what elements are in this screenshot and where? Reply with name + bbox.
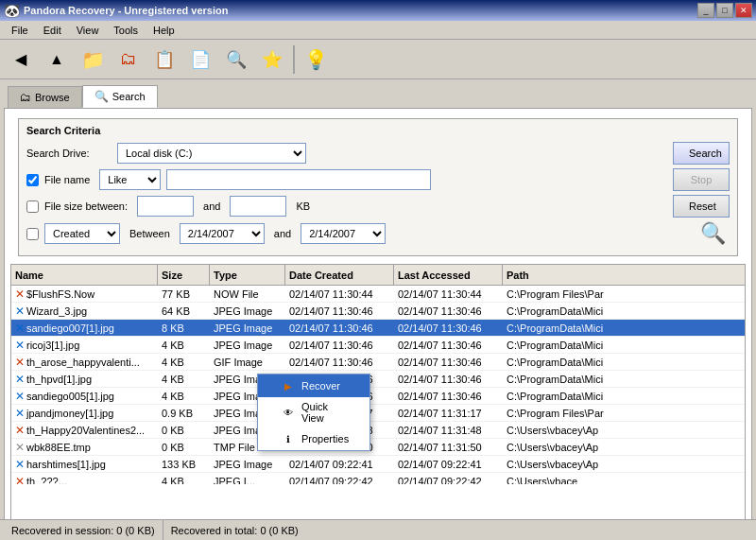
table-row[interactable]: ✕ th_hpvd[1].jpg 4 KB JPEG Image 02/14/0… xyxy=(11,371,745,388)
date-to-select[interactable]: 2/14/2007 xyxy=(301,223,386,244)
table-row[interactable]: ✕ th_arose_happyvalenti... 4 KB GIF Imag… xyxy=(11,354,745,371)
app-window: 🐼 Pandora Recovery - Unregistered versio… xyxy=(0,0,756,540)
file-type-icon: ✕ xyxy=(15,373,25,386)
file-name-cell: ✕ $FlushFS.Now xyxy=(11,286,158,302)
search-tab-label: Search xyxy=(112,91,146,102)
up-button[interactable]: ▲ xyxy=(40,43,74,77)
file-path-cell: C:\ProgramData\Mici xyxy=(503,320,745,336)
stop-button[interactable]: Stop xyxy=(673,168,730,191)
file-type-cell: JPEG Image xyxy=(210,303,285,319)
menu-edit[interactable]: Edit xyxy=(36,23,69,38)
filename-row: File name LikeExactRegex *.* Stop xyxy=(26,168,730,191)
context-menu-recover[interactable]: ▶ Recover xyxy=(258,375,369,397)
file-date-cell: 02/14/07 11:30:44 xyxy=(285,286,394,302)
file-name-cell: ✕ th_???... xyxy=(11,473,158,484)
filesize-min-input[interactable]: 0 xyxy=(137,196,194,217)
search-button[interactable]: Search xyxy=(673,142,730,165)
browse-tab-icon: 🗂 xyxy=(20,91,31,104)
file-name-cell: ✕ harshtimes[1].jpg xyxy=(11,456,158,472)
tab-search[interactable]: 🔍 Search xyxy=(82,85,158,108)
file-accessed-cell: 02/14/07 11:30:46 xyxy=(394,337,503,353)
file-accessed-cell: 02/14/07 11:31:50 xyxy=(394,439,503,455)
file-type-cell: NOW File xyxy=(210,286,285,302)
file-accessed-cell: 02/14/07 09:22:42 xyxy=(394,473,503,484)
col-header-name[interactable]: Name xyxy=(11,265,158,285)
file-path-cell: C:\ProgramData\Mici xyxy=(503,371,745,387)
delete-button[interactable]: 🗂 xyxy=(112,43,146,77)
tip-button[interactable]: 💡 xyxy=(299,43,333,77)
tab-browse[interactable]: 🗂 Browse xyxy=(8,86,82,108)
table-row[interactable]: ✕ ricoj3[1].jpg 4 KB JPEG Image 02/14/07… xyxy=(11,337,745,354)
star-button[interactable]: ⭐ xyxy=(255,43,289,77)
drive-select[interactable]: Local disk (C:)Local disk (D:)Local disk… xyxy=(117,143,306,164)
context-menu-properties[interactable]: ℹ Properties xyxy=(258,427,369,450)
col-header-accessed[interactable]: Last Accessed xyxy=(394,265,503,285)
file-type-icon: ✕ xyxy=(15,339,25,352)
file-type-icon: ✕ xyxy=(15,475,25,485)
file-name: wbk88EE.tmp xyxy=(26,442,91,453)
file-size-cell: 77 KB xyxy=(158,286,210,302)
context-menu-quickview[interactable]: 👁 Quick View xyxy=(258,397,369,427)
col-header-type[interactable]: Type xyxy=(210,265,285,285)
file-date-cell: 02/14/07 11:30:46 xyxy=(285,354,394,370)
file-path-cell: C:\Users\vbace xyxy=(503,473,745,484)
file-type-icon: ✕ xyxy=(15,322,25,335)
copy-button[interactable]: 📋 xyxy=(147,43,181,77)
file-name: $FlushFS.Now xyxy=(26,288,94,300)
col-header-date[interactable]: Date Created xyxy=(285,265,394,285)
filename-checkbox[interactable] xyxy=(26,174,39,186)
file-accessed-cell: 02/14/07 11:30:46 xyxy=(394,354,503,370)
table-row[interactable]: ✕ th_Happy20Valentines2... 0 KB JPEG Ima… xyxy=(11,422,745,439)
context-menu: ▶ Recover 👁 Quick View ℹ Properties xyxy=(257,374,370,451)
file-type-icon: ✕ xyxy=(15,407,25,420)
minimize-button[interactable]: _ xyxy=(697,3,714,18)
table-row[interactable]: ✕ $FlushFS.Now 77 KB NOW File 02/14/07 1… xyxy=(11,286,745,303)
status-total: Recovered in total: 0 (0 KB) xyxy=(163,520,306,540)
table-row[interactable]: ✕ sandiego007[1].jpg 8 KB JPEG Image 02/… xyxy=(11,320,745,337)
col-header-path[interactable]: Path xyxy=(503,265,745,285)
file-type-icon: ✕ xyxy=(15,458,25,471)
file-date-cell: 02/14/07 09:22:41 xyxy=(285,456,394,472)
table-row[interactable]: ✕ wbk88EE.tmp 0 KB TMP File 02/14/07 11:… xyxy=(11,439,745,456)
file-path-cell: C:\Program Files\Par xyxy=(503,286,745,302)
file-size-cell: 4 KB xyxy=(158,337,210,353)
file-list-header: Name Size Type Date Created Last Accesse… xyxy=(11,265,745,286)
file-accessed-cell: 02/14/07 11:30:46 xyxy=(394,388,503,404)
menu-help[interactable]: Help xyxy=(146,23,182,38)
filesize-max-input[interactable]: 100 xyxy=(230,196,286,217)
back-button[interactable]: ◀ xyxy=(4,43,38,77)
filename-like-select[interactable]: LikeExactRegex xyxy=(99,169,161,190)
menu-view[interactable]: View xyxy=(69,23,107,38)
file-date-cell: 02/14/07 11:30:46 xyxy=(285,337,394,353)
table-row[interactable]: ✕ harshtimes[1].jpg 133 KB JPEG Image 02… xyxy=(11,456,745,473)
menu-file[interactable]: File xyxy=(4,23,36,38)
title-bar: 🐼 Pandora Recovery - Unregistered versio… xyxy=(0,0,756,21)
search-toolbar-button[interactable]: 🔍 xyxy=(219,43,253,77)
file-size-cell: 8 KB xyxy=(158,320,210,336)
table-row[interactable]: ✕ th_???... 4 KB JPEG I... 02/14/07 09:2… xyxy=(11,473,745,484)
reset-button[interactable]: Reset xyxy=(673,195,730,218)
filesize-unit-label: KB xyxy=(296,200,310,212)
maximize-button[interactable]: □ xyxy=(716,3,733,18)
table-row[interactable]: ✕ Wizard_3.jpg 64 KB JPEG Image 02/14/07… xyxy=(11,303,745,320)
file-name: th_Happy20Valentines2... xyxy=(26,425,145,436)
filename-pattern-input[interactable]: *.* xyxy=(166,169,431,190)
file-accessed-cell: 02/14/07 09:22:41 xyxy=(394,456,503,472)
search-magnifier-icon: 🔍 xyxy=(700,221,726,246)
filesize-checkbox[interactable] xyxy=(26,200,39,213)
menu-tools[interactable]: Tools xyxy=(106,23,146,38)
date-checkbox[interactable] xyxy=(26,228,39,240)
file-name-cell: ✕ th_arose_happyvalenti... xyxy=(11,354,158,370)
close-button[interactable]: ✕ xyxy=(735,3,752,18)
file-accessed-cell: 02/14/07 11:31:48 xyxy=(394,422,503,438)
table-row[interactable]: ✕ sandiego005[1].jpg 4 KB JPEG Image 02/… xyxy=(11,388,745,405)
browse-tab-label: Browse xyxy=(35,92,70,103)
file-date-cell: 02/14/07 09:22:42 xyxy=(285,473,394,484)
date-from-select[interactable]: 2/14/2007 xyxy=(180,223,265,244)
docs-button[interactable]: 📄 xyxy=(183,43,217,77)
table-row[interactable]: ✕ jpandjmoney[1].jpg 0.9 KB JPEG Image 0… xyxy=(11,405,745,422)
search-criteria-panel: Search Criteria Search Drive: Local disk… xyxy=(18,118,738,256)
open-button[interactable]: 📁 xyxy=(76,43,110,77)
date-type-select[interactable]: CreatedModifiedAccessed xyxy=(44,223,120,244)
col-header-size[interactable]: Size xyxy=(158,265,210,285)
